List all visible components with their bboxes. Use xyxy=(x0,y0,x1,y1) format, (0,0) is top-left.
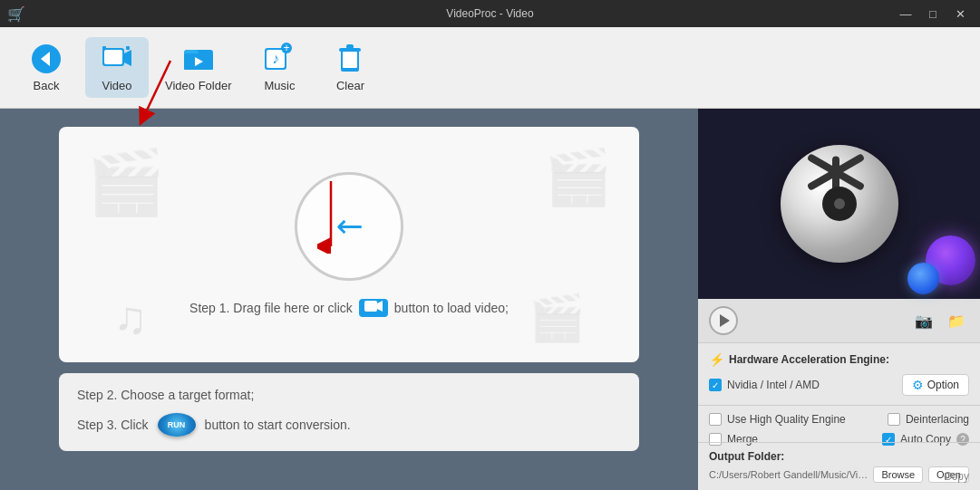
drop-arrow-container xyxy=(317,181,344,254)
step1-link-text: button to load video; xyxy=(394,301,509,315)
title-bar-title: VideoProc - Video xyxy=(0,7,980,20)
music-label: Music xyxy=(265,79,296,92)
gear-icon: ⚙ xyxy=(912,378,924,392)
clear-label: Clear xyxy=(336,79,364,92)
high-quality-label: Use High Quality Engine xyxy=(727,413,846,426)
option-button[interactable]: ⚙ Option xyxy=(902,374,969,396)
preview-controls: 📷 📁 xyxy=(698,299,980,343)
steps-area: Step 2. Choose a target format; Step 3. … xyxy=(59,373,639,451)
drop-zone[interactable]: 🎬 🎬 ♫ 🎬 ↖ Step 1. Drag file here or clic… xyxy=(59,127,639,362)
nvidia-checkbox[interactable] xyxy=(709,379,722,391)
output-title: Output Folder: xyxy=(709,450,969,463)
output-row: C:/Users/Robert Gandell/Music/VideoProc.… xyxy=(709,466,969,483)
hw-row: Nvidia / Intel / AMD ⚙ Option xyxy=(709,374,969,396)
output-path: C:/Users/Robert Gandell/Music/VideoProc.… xyxy=(709,469,868,480)
play-icon xyxy=(720,314,730,327)
hw-title: ⚡ Hardware Acceleration Engine: xyxy=(709,352,969,367)
run-button[interactable]: RUN xyxy=(158,413,196,437)
svg-rect-24 xyxy=(364,301,377,312)
svg-rect-6 xyxy=(102,46,106,50)
music-button[interactable]: ♪ + + Music xyxy=(247,37,311,98)
step3-text2: button to start conversion. xyxy=(205,418,351,432)
music-icon: ♪ + + xyxy=(263,43,296,75)
minimize-button[interactable]: — xyxy=(893,3,918,24)
svg-line-21 xyxy=(143,61,170,118)
svg-text:♪: ♪ xyxy=(272,51,279,66)
drop-circle: ↖ xyxy=(295,172,403,281)
close-button[interactable]: ✕ xyxy=(947,3,973,24)
toolbar-arrow-indicator xyxy=(134,56,180,132)
maximize-button[interactable]: □ xyxy=(920,3,946,24)
film-reel xyxy=(781,145,898,263)
folder-icon-button[interactable]: 📁 xyxy=(944,308,969,333)
step2-row: Step 2. Choose a target format; xyxy=(77,388,621,402)
svg-text:+: + xyxy=(284,43,290,54)
toolbar: Back Video Video Folder xyxy=(0,27,980,109)
high-quality-checkbox[interactable] xyxy=(709,413,722,426)
svg-rect-19 xyxy=(346,44,354,49)
camera-icon-button[interactable]: 📷 xyxy=(911,308,936,333)
svg-marker-4 xyxy=(124,50,131,66)
video-load-icon xyxy=(359,299,388,317)
title-bar-controls: — □ ✕ xyxy=(893,3,973,24)
video-icon xyxy=(101,43,133,75)
play-button[interactable] xyxy=(709,306,738,335)
deinterlacing-checkbox[interactable] xyxy=(888,413,900,426)
video-label: Video xyxy=(102,79,131,92)
clear-button[interactable]: Clear xyxy=(318,37,382,98)
reel-center-dot xyxy=(834,198,845,209)
step1-text: Step 1. Drag file here or click xyxy=(189,301,353,315)
title-bar: 🛒 VideoProc - Video — □ ✕ xyxy=(0,0,980,27)
nvidia-label: Nvidia / Intel / AMD xyxy=(727,379,820,391)
hardware-section: ⚡ Hardware Acceleration Engine: Nvidia /… xyxy=(698,343,980,406)
browse-button[interactable]: Browse xyxy=(873,466,923,483)
main-area: 🎬 🎬 ♫ 🎬 ↖ Step 1. Drag file here or clic… xyxy=(0,109,698,490)
high-quality-row: Use High Quality Engine Deinterlacing xyxy=(709,413,969,426)
svg-marker-25 xyxy=(377,301,383,312)
deinterlacing-label: Deinterlacing xyxy=(906,413,969,426)
step3-text: Step 3. Click xyxy=(77,418,149,432)
step1-area: Step 1. Drag file here or click button t… xyxy=(189,299,509,317)
cart-icon: 🛒 xyxy=(7,5,25,23)
hw-title-text: Hardware Acceleration Engine: xyxy=(729,353,889,366)
output-section: Output Folder: C:/Users/Robert Gandell/M… xyxy=(698,442,980,490)
back-icon xyxy=(30,43,63,75)
step3-row: Step 3. Click RUN button to start conver… xyxy=(77,413,621,437)
blue-bubble xyxy=(907,263,939,294)
back-button[interactable]: Back xyxy=(15,37,78,98)
reel-outer xyxy=(781,145,898,263)
step2-text: Step 2. Choose a target format; xyxy=(77,388,254,402)
svg-rect-5 xyxy=(126,46,130,50)
preview-area xyxy=(698,109,980,299)
video-folder-icon xyxy=(182,43,215,75)
copy-hint: Copy xyxy=(944,470,969,483)
back-label: Back xyxy=(34,79,60,92)
clear-icon xyxy=(334,43,366,75)
right-panel: 📷 📁 ⚡ Hardware Acceleration Engine: Nvid… xyxy=(698,109,980,490)
hw-icon: ⚡ xyxy=(709,352,724,367)
svg-rect-3 xyxy=(104,50,122,64)
svg-rect-17 xyxy=(343,52,357,68)
reel-center xyxy=(822,187,857,221)
option-label: Option xyxy=(927,379,959,391)
